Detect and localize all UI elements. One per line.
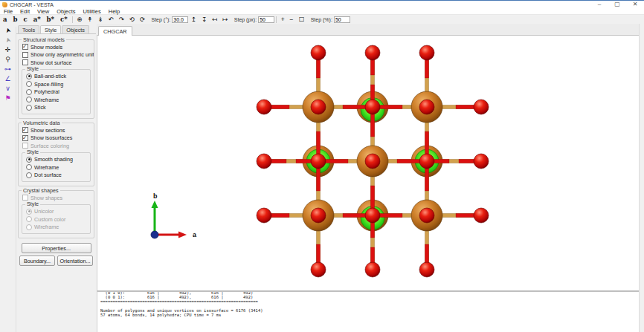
oxygen-atom[interactable] bbox=[311, 154, 326, 169]
zoom-in-icon[interactable]: + bbox=[278, 16, 287, 24]
menu-file[interactable]: File bbox=[0, 8, 16, 15]
menu-help[interactable]: Help bbox=[105, 8, 123, 15]
roll-ccw-icon[interactable]: ⟲ bbox=[126, 16, 137, 24]
radio-polyhedral[interactable]: Polyhedral bbox=[22, 88, 90, 97]
tab-chgcar[interactable]: CHGCAR bbox=[98, 26, 132, 36]
radio-wireframe[interactable]: Wireframe bbox=[22, 163, 90, 172]
axis-button-b[interactable]: b bbox=[10, 16, 21, 23]
oxygen-atom[interactable] bbox=[474, 154, 489, 169]
radio-unicolor[interactable]: Unicolor bbox=[22, 208, 90, 216]
oxygen-atom[interactable] bbox=[257, 100, 271, 114]
oxygen-atom[interactable] bbox=[419, 100, 434, 114]
orientation-tool-icon[interactable]: ⚑ bbox=[4, 94, 10, 102]
zoom-buttons-group: +−☐ bbox=[278, 16, 307, 24]
panel-body: Structural modelsShow modelsShow only as… bbox=[16, 33, 96, 259]
oxygen-atom[interactable] bbox=[419, 262, 434, 277]
radio-wireframe[interactable]: Wireframe bbox=[22, 96, 90, 104]
axis-button-c-star[interactable]: c* bbox=[57, 16, 71, 23]
oxygen-atom[interactable] bbox=[257, 154, 271, 169]
menu-edit[interactable]: Edit bbox=[16, 8, 33, 15]
pan-right-icon[interactable]: ↦ bbox=[220, 16, 231, 24]
panel-tab-objects[interactable]: Objects bbox=[62, 25, 89, 33]
structure-viewport[interactable]: b a bbox=[97, 36, 640, 290]
distance-tool-icon[interactable]: ⊶ bbox=[4, 65, 11, 73]
section-title: Volumetric data bbox=[22, 120, 62, 126]
step-px-input[interactable] bbox=[258, 16, 274, 23]
oxygen-atom[interactable] bbox=[365, 262, 380, 277]
axis-button-c[interactable]: c bbox=[20, 16, 30, 23]
oxygen-atom[interactable] bbox=[419, 208, 434, 223]
checkbox-box bbox=[22, 127, 28, 133]
select-tool-glyph: ➤ bbox=[4, 27, 13, 34]
oxygen-atom[interactable] bbox=[311, 45, 326, 60]
oxygen-atom[interactable] bbox=[365, 154, 380, 169]
axis-button-a[interactable]: a bbox=[0, 16, 10, 23]
minimize-button[interactable]: – bbox=[590, 1, 608, 8]
pan-down-icon[interactable]: ↧ bbox=[199, 16, 209, 24]
menu-objects[interactable]: Objects bbox=[53, 8, 79, 15]
maximize-button[interactable]: ▢ bbox=[608, 1, 626, 8]
menu-view[interactable]: View bbox=[33, 8, 53, 15]
option-label: Wireframe bbox=[34, 224, 59, 230]
pan-up-icon[interactable]: ↥ bbox=[188, 16, 199, 24]
close-button[interactable]: ✕ bbox=[626, 1, 644, 8]
step-deg-label: Step (°): bbox=[152, 17, 171, 22]
properties-button[interactable]: Properties... bbox=[22, 243, 91, 253]
axis-button-b-star[interactable]: b* bbox=[44, 16, 57, 23]
oxygen-atom[interactable] bbox=[474, 208, 489, 223]
oxygen-atom[interactable] bbox=[365, 100, 380, 114]
oxygen-atom[interactable] bbox=[419, 154, 434, 169]
menu-utilities[interactable]: Utilities bbox=[80, 8, 105, 15]
checkbox-show-only-asymmetric-unit[interactable]: Show only asymmetric unit bbox=[19, 51, 94, 59]
radio-stick[interactable]: Stick bbox=[22, 104, 90, 112]
oxygen-atom[interactable] bbox=[311, 100, 326, 114]
panel-tab-style[interactable]: Style bbox=[40, 25, 61, 33]
rotate-down-icon[interactable]: ↡ bbox=[95, 16, 106, 24]
checkbox-show-sections[interactable]: Show sections bbox=[19, 126, 94, 134]
oxygen-atom[interactable] bbox=[311, 262, 326, 277]
structure-canvas[interactable]: b a bbox=[97, 36, 640, 290]
pan-buttons-group: ↥↧↤↦ bbox=[188, 16, 231, 24]
oxygen-atom[interactable] bbox=[365, 45, 380, 60]
panel-tab-tools[interactable]: Tools bbox=[18, 25, 39, 33]
oxygen-atom[interactable] bbox=[419, 45, 434, 60]
rotate-up-icon[interactable]: ↟ bbox=[85, 16, 95, 24]
step-px-label: Step (px): bbox=[234, 17, 257, 22]
magnify-tool-icon[interactable]: ⚲ bbox=[5, 56, 10, 63]
step-pct-input[interactable] bbox=[334, 16, 350, 23]
dihedral-tool-icon[interactable]: ∨ bbox=[5, 85, 10, 92]
select-tool-icon[interactable]: ➤ bbox=[5, 27, 11, 34]
oxygen-atom[interactable] bbox=[311, 208, 326, 223]
radio-custom-color[interactable]: Custom color bbox=[22, 215, 90, 224]
fit-view-icon[interactable]: ☐ bbox=[296, 16, 307, 24]
boundary-button[interactable]: Boundary... bbox=[19, 255, 55, 266]
translate-tool-icon[interactable]: ➤ bbox=[5, 36, 11, 44]
radio-space-filling[interactable]: Space-filling bbox=[22, 80, 90, 88]
oxygen-atom[interactable] bbox=[474, 100, 489, 114]
angle-tool-icon[interactable]: ∠ bbox=[4, 75, 10, 82]
radio-smooth-shading[interactable]: Smooth shading bbox=[22, 156, 90, 164]
roll-cw-icon[interactable]: ⟳ bbox=[137, 16, 147, 24]
oxygen-atom[interactable] bbox=[257, 208, 271, 223]
radio-dot bbox=[26, 81, 32, 87]
axes-widget: b a bbox=[151, 192, 197, 238]
rotate-buttons-group: ⊕↟↡↶↷⟲⟳ bbox=[74, 16, 148, 24]
pan-left-icon[interactable]: ↤ bbox=[210, 16, 220, 24]
step-deg-input[interactable] bbox=[172, 16, 188, 23]
move-tool-icon[interactable]: ✛ bbox=[5, 46, 11, 53]
left-column: ➤➤✛⚲⊶∠∨⚑ ToolsStyleObjects Structural mo… bbox=[0, 24, 97, 332]
radio-wireframe[interactable]: Wireframe bbox=[22, 224, 90, 232]
radio-dot-surface[interactable]: Dot surface bbox=[22, 172, 90, 180]
rotate-right-icon[interactable]: ↷ bbox=[116, 16, 126, 24]
orientation-button[interactable]: Orientation... bbox=[57, 255, 93, 266]
axis-button-a-star[interactable]: a* bbox=[30, 16, 44, 23]
output-console[interactable]: (0 1 0): 616 | 492), 616 | 492) (0 0 1):… bbox=[97, 290, 640, 332]
rotate-left-icon[interactable]: ↶ bbox=[106, 16, 116, 24]
zoom-out-icon[interactable]: − bbox=[287, 16, 296, 24]
checkbox-show-models[interactable]: Show models bbox=[19, 43, 94, 51]
radio-dot bbox=[26, 164, 32, 170]
oxygen-atom[interactable] bbox=[365, 208, 380, 223]
view-globe-icon[interactable]: ⊕ bbox=[74, 16, 85, 24]
radio-ball-and-stick[interactable]: Ball-and-stick bbox=[22, 73, 90, 81]
checkbox-show-isosurfaces[interactable]: Show isosurfaces bbox=[19, 134, 94, 143]
